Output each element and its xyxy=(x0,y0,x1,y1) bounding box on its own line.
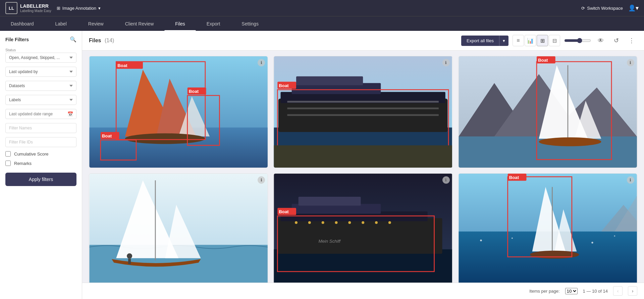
cumulative-score-label: Cumulative Score xyxy=(14,152,49,157)
sidebar-search-icon[interactable]: 🔍 xyxy=(70,36,76,43)
topbar-left: LL LABELLERR Labelling Made Easy ⊞ Image… xyxy=(5,2,101,14)
export-all-files-button[interactable]: Export all files xyxy=(461,36,499,46)
nav-item-review[interactable]: Review xyxy=(77,16,114,31)
image-card[interactable]: Boat ℹ xyxy=(458,56,637,168)
pagination-bar: Items per page: 10 25 50 1 — 10 of 14 ‹ … xyxy=(82,283,644,299)
svg-point-58 xyxy=(362,221,365,224)
card-info-button[interactable]: ℹ xyxy=(627,59,634,66)
brand-name: LABELLERR xyxy=(20,3,51,9)
svg-rect-46 xyxy=(128,259,131,264)
export-dropdown-button[interactable]: ▾ xyxy=(499,36,508,46)
apply-filters-button[interactable]: Apply filters xyxy=(5,173,76,186)
view-controls: ≡ 📊 ⊞ ⊟ xyxy=(513,35,560,46)
remarks-row: Remarks xyxy=(5,161,76,166)
svg-text:Boat: Boat xyxy=(102,133,112,138)
image-card[interactable]: ℹ xyxy=(89,173,268,283)
files-count: (14) xyxy=(105,38,114,43)
zoom-slider-container xyxy=(564,38,591,43)
cumulative-score-checkbox[interactable] xyxy=(5,151,11,157)
svg-text:Boat: Boat xyxy=(279,83,289,88)
card-info-button[interactable]: ℹ xyxy=(442,59,450,66)
nav-item-export[interactable]: Export xyxy=(196,16,231,31)
svg-point-55 xyxy=(322,221,324,224)
switch-workspace-btn[interactable]: ⟳ Switch Workspace xyxy=(581,6,623,11)
svg-rect-27 xyxy=(274,145,452,168)
svg-point-59 xyxy=(375,221,378,224)
image-card[interactable]: Boat Boat Boat ℹ xyxy=(89,56,268,168)
status-select[interactable]: Open, Assigned, Skipped, ... xyxy=(5,53,76,63)
nav-item-client-review[interactable]: Client Review xyxy=(114,16,165,31)
secondary-nav: Dashboard Label Review Client Review Fil… xyxy=(0,16,644,31)
svg-point-36 xyxy=(539,137,601,146)
brand-subtitle: Labelling Made Easy xyxy=(20,9,51,13)
status-filter: Status Open, Assigned, Skipped, ... xyxy=(5,48,76,63)
filter-names-input[interactable] xyxy=(5,123,76,133)
chart-view-button[interactable]: 📊 xyxy=(525,35,536,46)
svg-point-60 xyxy=(388,221,391,224)
zoom-slider[interactable] xyxy=(564,38,591,43)
more-options-button[interactable]: ⋮ xyxy=(626,35,637,46)
date-range-input[interactable] xyxy=(5,109,76,119)
filter-file-ids-input[interactable] xyxy=(5,137,76,147)
user-icon[interactable]: 👤▾ xyxy=(628,4,639,12)
svg-rect-23 xyxy=(287,114,439,116)
items-per-page-label: Items per page: xyxy=(529,289,559,294)
content-area: Files (14) Export all files ▾ ≡ 📊 ⊞ ⊟ 👁 xyxy=(82,31,644,299)
svg-point-5 xyxy=(125,133,205,144)
svg-rect-21 xyxy=(287,101,439,103)
svg-text:Boat: Boat xyxy=(279,209,289,214)
page-range-label: 1 — 10 of 14 xyxy=(583,289,608,294)
grid-view-button[interactable]: ⊞ xyxy=(537,35,548,46)
detail-grid-view-button[interactable]: ⊟ xyxy=(549,35,560,46)
topbar: LL LABELLERR Labelling Made Easy ⊞ Image… xyxy=(0,0,644,16)
next-page-button[interactable]: › xyxy=(628,286,637,296)
status-label: Status xyxy=(5,48,76,52)
svg-text:Boat: Boat xyxy=(509,175,519,180)
cumulative-score-row: Cumulative Score xyxy=(5,151,76,157)
svg-text:Boat: Boat xyxy=(189,89,199,94)
logo-container: LL LABELLERR Labelling Made Easy xyxy=(5,2,51,14)
image-card[interactable]: Boat ℹ xyxy=(273,56,452,168)
logo-box: LL xyxy=(5,2,17,14)
nav-item-label[interactable]: Label xyxy=(45,16,77,31)
workspace-icon: ⟳ xyxy=(581,6,585,11)
svg-point-56 xyxy=(335,221,338,224)
calendar-icon: 📅 xyxy=(67,111,73,117)
files-title: Files xyxy=(89,38,101,43)
svg-rect-48 xyxy=(274,249,452,283)
svg-rect-49 xyxy=(278,218,442,254)
svg-rect-22 xyxy=(287,108,439,109)
sidebar-title: File Filters xyxy=(5,37,29,42)
nav-item-files[interactable]: Files xyxy=(164,16,196,31)
sidebar-header: File Filters 🔍 xyxy=(5,36,76,43)
list-view-button[interactable]: ≡ xyxy=(513,35,524,46)
nav-item-settings[interactable]: Settings xyxy=(231,16,269,31)
last-updated-by-select[interactable]: Last updated by xyxy=(5,67,76,77)
nav-item-dashboard[interactable]: Dashboard xyxy=(0,16,45,31)
refresh-button[interactable]: ↺ xyxy=(610,35,622,46)
app-name: Image Annotation xyxy=(62,6,96,11)
date-range-wrapper: 📅 xyxy=(5,109,76,119)
main-layout: File Filters 🔍 Status Open, Assigned, Sk… xyxy=(0,31,644,299)
content-toolbar: Files (14) Export all files ▾ ≡ 📊 ⊞ ⊟ 👁 xyxy=(82,31,644,51)
prev-page-button[interactable]: ‹ xyxy=(613,286,623,296)
files-heading: Files (14) xyxy=(89,38,114,44)
svg-rect-20 xyxy=(296,76,363,85)
datasets-select[interactable]: Datasets xyxy=(5,81,76,91)
items-per-page-select[interactable]: 10 25 50 xyxy=(565,288,578,294)
image-card[interactable]: Boat Mein Schiff ℹ xyxy=(273,173,452,283)
labels-select[interactable]: Labels xyxy=(5,95,76,105)
app-selector[interactable]: ⊞ Image Annotation ▾ xyxy=(57,6,101,11)
card-info-button[interactable]: ℹ xyxy=(442,176,450,184)
svg-text:Boat: Boat xyxy=(117,63,127,68)
svg-point-68 xyxy=(512,237,513,239)
image-card[interactable]: Boat ℹ xyxy=(458,173,637,283)
export-btn-group: Export all files ▾ xyxy=(461,36,508,46)
svg-rect-52 xyxy=(299,197,361,206)
svg-point-69 xyxy=(591,242,593,243)
svg-point-53 xyxy=(295,221,298,224)
toolbar-right: Export all files ▾ ≡ 📊 ⊞ ⊟ 👁 ↺ ⋮ xyxy=(461,35,637,46)
card-info-button[interactable]: ℹ xyxy=(627,176,634,184)
visibility-toggle-button[interactable]: 👁 xyxy=(595,35,606,46)
remarks-checkbox[interactable] xyxy=(5,161,11,166)
